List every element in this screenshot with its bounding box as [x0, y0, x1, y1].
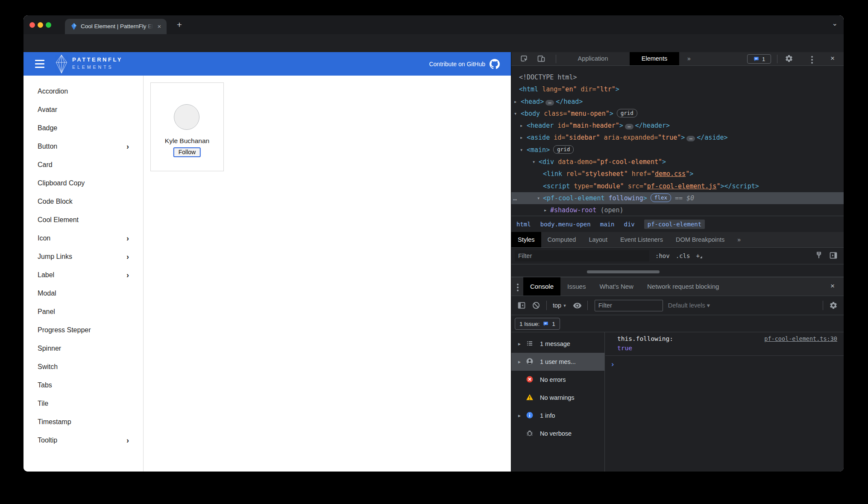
styles-filter-input[interactable]: [515, 250, 649, 261]
sidebar-item-badge[interactable]: Badge: [23, 119, 143, 137]
sidebar-item-progress-stepper[interactable]: Progress Stepper: [23, 321, 143, 339]
sidebar-item-accordion[interactable]: Accordion: [23, 82, 143, 100]
drawer-tab-issues[interactable]: Issues: [560, 277, 592, 296]
toggle-hov[interactable]: :hov: [655, 252, 670, 259]
tab-application[interactable]: Application: [566, 52, 620, 65]
new-style-rule-button[interactable]: +: [696, 252, 699, 259]
console-filter-no-errors[interactable]: No errors: [511, 371, 604, 389]
drawer-tab-what-s-new[interactable]: What's New: [592, 277, 640, 296]
dom-tree-node[interactable]: <script type="module" src="pf-cool-eleme…: [511, 180, 844, 192]
devtools-menu-icon[interactable]: [811, 56, 813, 65]
tab-search-icon[interactable]: ⌄: [832, 19, 838, 27]
dom-tree-node[interactable]: ▾<body class="menu-open">grid: [511, 108, 844, 120]
layout-badge[interactable]: grid: [553, 145, 574, 154]
tab-close-icon[interactable]: ×: [155, 22, 164, 31]
contribute-github-link[interactable]: Contribute on GitHub: [429, 52, 500, 76]
breadcrumb-item-body-menu-open[interactable]: body.menu-open: [540, 221, 591, 228]
issues-counter[interactable]: 1: [747, 54, 771, 64]
layout-badge[interactable]: grid: [617, 109, 637, 117]
dom-tree-node[interactable]: <html lang="en" dir="ltr">: [511, 83, 844, 95]
live-expression-eye-icon[interactable]: [573, 301, 581, 310]
collapse-arrow-icon[interactable]: ▾: [537, 192, 540, 204]
issue-summary-button[interactable]: 1 Issue: 1: [515, 318, 560, 330]
sidebar-item-jump-links[interactable]: Jump Links›: [23, 247, 143, 266]
expand-arrow-icon[interactable]: ▸: [518, 413, 526, 419]
sidebar-item-timestamp[interactable]: Timestamp: [23, 413, 143, 431]
expand-arrow-icon[interactable]: ▸: [514, 96, 517, 108]
window-close-button[interactable]: [29, 22, 35, 28]
styles-tab-layout[interactable]: Layout: [582, 232, 614, 247]
node-overflow-icon[interactable]: …: [513, 192, 517, 204]
window-zoom-button[interactable]: [46, 22, 51, 28]
drawer-tab-console[interactable]: Console: [523, 277, 560, 296]
sidebar-item-cool-element[interactable]: Cool Element: [23, 211, 143, 229]
breadcrumb-item-div[interactable]: div: [624, 221, 634, 228]
expand-arrow-icon[interactable]: ▸: [518, 341, 526, 347]
styles-tab-computed[interactable]: Computed: [541, 232, 583, 247]
dom-tree-node[interactable]: ▸#shadow-root (open): [511, 204, 844, 216]
inspect-element-icon[interactable]: [520, 54, 529, 64]
styles-tab-event-listeners[interactable]: Event Listeners: [614, 232, 669, 247]
breadcrumb-item-html[interactable]: html: [516, 221, 531, 228]
collapse-arrow-icon[interactable]: ▾: [532, 156, 535, 168]
styles-tab-dom-breakpoints[interactable]: DOM Breakpoints: [669, 232, 731, 247]
dom-tree-node[interactable]: ▾<div data-demo="pf-cool-element">: [511, 156, 844, 168]
expand-arrow-icon[interactable]: ▸: [544, 204, 547, 216]
new-tab-button[interactable]: +: [174, 19, 185, 30]
dom-tree-node[interactable]: ▾<main>grid: [511, 144, 844, 156]
dom-tree-node[interactable]: ▸<head>…</head>: [511, 96, 844, 108]
context-selector[interactable]: top: [553, 302, 561, 309]
drawer-menu-icon[interactable]: [516, 284, 519, 296]
console-filter-input[interactable]: [595, 300, 663, 311]
drawer-tab-network-request-blocking[interactable]: Network request blocking: [640, 277, 726, 296]
toggle-sidebar-icon[interactable]: [829, 251, 839, 261]
device-toolbar-icon[interactable]: [537, 54, 546, 64]
console-source-link[interactable]: pf-cool-element.ts:30: [764, 335, 837, 342]
follow-button[interactable]: Follow: [173, 147, 201, 157]
console-sidebar-toggle-icon[interactable]: [517, 301, 526, 310]
sidebar-item-clipboard-copy[interactable]: Clipboard Copy: [23, 174, 143, 192]
rendering-brush-icon[interactable]: [815, 251, 824, 261]
expand-arrow-icon[interactable]: ▸: [520, 120, 523, 132]
dom-tree-node[interactable]: ▸<header id="main-header">…</header>: [511, 120, 844, 132]
breadcrumb-item-pf-cool-element[interactable]: pf-cool-element: [644, 220, 705, 229]
console-filter-no-warnings[interactable]: No warnings: [511, 389, 604, 407]
inline-expand-icon[interactable]: …: [686, 136, 695, 141]
console-filter-1-info[interactable]: ▸1 info: [511, 407, 604, 425]
tab-elements[interactable]: Elements: [630, 52, 679, 65]
devtools-close-icon[interactable]: ×: [827, 52, 839, 65]
inline-expand-icon[interactable]: …: [625, 124, 633, 129]
sidebar-item-panel[interactable]: Panel: [23, 302, 143, 321]
hamburger-menu-icon[interactable]: [35, 60, 44, 70]
sidebar-item-tabs[interactable]: Tabs: [23, 376, 143, 394]
sidebar-item-tooltip[interactable]: Tooltip›: [23, 431, 143, 449]
flex-badge[interactable]: flex: [651, 193, 671, 202]
collapse-arrow-icon[interactable]: ▾: [520, 144, 523, 156]
sidebar-item-code-block[interactable]: Code Block: [23, 192, 143, 211]
sidebar-item-modal[interactable]: Modal: [23, 284, 143, 302]
more-tabs-icon[interactable]: »: [731, 232, 747, 247]
inline-expand-icon[interactable]: …: [545, 100, 554, 105]
console-filter-1-user-mes[interactable]: ▸1 user mes...: [511, 353, 604, 371]
console-prompt-icon[interactable]: ›: [605, 356, 844, 368]
settings-gear-icon[interactable]: [785, 54, 794, 64]
collapse-arrow-icon[interactable]: ▾: [514, 108, 517, 120]
sidebar-item-avatar[interactable]: Avatar: [23, 100, 143, 119]
sidebar-item-switch[interactable]: Switch: [23, 357, 143, 376]
breadcrumb-item-main[interactable]: main: [600, 221, 615, 228]
sidebar-item-card[interactable]: Card: [23, 155, 143, 174]
console-filter-no-verbose[interactable]: No verbose: [511, 425, 604, 442]
browser-tab[interactable]: Cool Element | PatternFly Eleme ×: [65, 19, 167, 34]
brand-wordmark[interactable]: PATTERNFLY ELEMENTS: [72, 56, 123, 70]
toggle-cls[interactable]: .cls: [676, 252, 690, 259]
more-tabs-icon[interactable]: »: [687, 52, 691, 65]
styles-tab-styles[interactable]: Styles: [511, 232, 541, 247]
clear-console-icon[interactable]: [532, 301, 540, 310]
expand-arrow-icon[interactable]: ▸: [520, 132, 523, 144]
sidebar-item-spinner[interactable]: Spinner: [23, 339, 143, 357]
sidebar-item-button[interactable]: Button›: [23, 137, 143, 155]
window-minimize-button[interactable]: [38, 22, 43, 28]
sidebar-item-icon[interactable]: Icon›: [23, 229, 143, 247]
log-levels-selector[interactable]: Default levels ▾: [668, 302, 710, 309]
dom-tree-node[interactable]: …▾<pf-cool-element following>flex == $0: [511, 192, 844, 204]
